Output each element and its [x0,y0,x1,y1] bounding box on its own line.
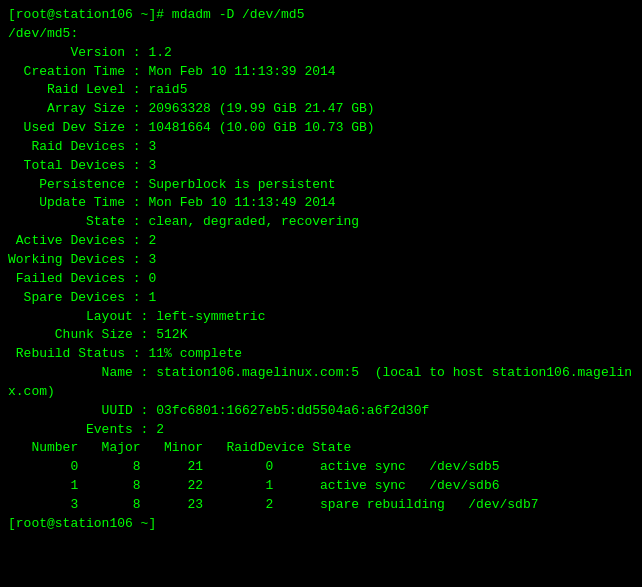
terminal-output: [root@station106 ~]# mdadm -D /dev/md5/d… [8,6,634,534]
used-dev-size: Used Dev Size : 10481664 (10.00 GiB 10.7… [8,119,634,138]
uuid: UUID : 03fc6801:16627eb5:dd5504a6:a6f2d3… [8,402,634,421]
row1: 1 8 22 1 active sync /dev/sdb6 [8,477,634,496]
name: Name : station106.magelinux.com:5 (local… [8,364,634,383]
device-label: /dev/md5: [8,25,634,44]
creation-time: Creation Time : Mon Feb 10 11:13:39 2014 [8,63,634,82]
name-continuation: x.com) [8,383,634,402]
prompt-end: [root@station106 ~] [8,515,634,534]
active-devices: Active Devices : 2 [8,232,634,251]
rebuild-status: Rebuild Status : 11% complete [8,345,634,364]
row0: 0 8 21 0 active sync /dev/sdb5 [8,458,634,477]
chunk-size: Chunk Size : 512K [8,326,634,345]
prompt-line: [root@station106 ~]# mdadm -D /dev/md5 [8,6,634,25]
version: Version : 1.2 [8,44,634,63]
row3: 3 8 23 2 spare rebuilding /dev/sdb7 [8,496,634,515]
layout: Layout : left-symmetric [8,308,634,327]
persistence: Persistence : Superblock is persistent [8,176,634,195]
array-size: Array Size : 20963328 (19.99 GiB 21.47 G… [8,100,634,119]
working-devices: Working Devices : 3 [8,251,634,270]
raid-level: Raid Level : raid5 [8,81,634,100]
state: State : clean, degraded, recovering [8,213,634,232]
failed-devices: Failed Devices : 0 [8,270,634,289]
events: Events : 2 [8,421,634,440]
table-header: Number Major Minor RaidDevice State [8,439,634,458]
update-time: Update Time : Mon Feb 10 11:13:49 2014 [8,194,634,213]
raid-devices: Raid Devices : 3 [8,138,634,157]
spare-devices: Spare Devices : 1 [8,289,634,308]
total-devices: Total Devices : 3 [8,157,634,176]
